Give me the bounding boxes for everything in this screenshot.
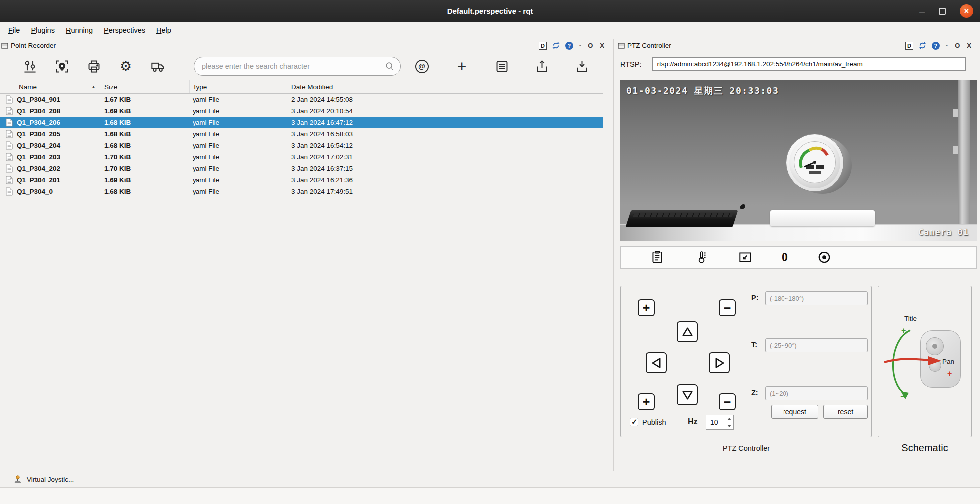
dock-minimize-button[interactable]: - — [578, 42, 582, 49]
column-header-size[interactable]: Size — [101, 80, 190, 93]
menu-file[interactable]: File — [3, 24, 25, 36]
dock-widget-icon — [1, 42, 8, 49]
point-recorder-dock-header[interactable]: Point Recorder D ? - O X — [0, 39, 613, 52]
fullscreen-button[interactable] — [738, 250, 753, 265]
foam-block — [770, 210, 875, 226]
tilt-up-button[interactable] — [677, 321, 698, 342]
file-type: yaml File — [190, 130, 288, 138]
save-points-button[interactable] — [85, 57, 103, 75]
dock-area: Point Recorder D ? - O X — [0, 39, 980, 471]
ptz-dock-header[interactable]: PTZ Controller D ? - O X — [616, 39, 980, 52]
schematic-panel: Title + − — [878, 286, 972, 437]
publish-toggle[interactable]: Publish — [630, 418, 666, 426]
zoom-field[interactable] — [765, 386, 868, 400]
add-button[interactable]: + — [453, 57, 471, 75]
cell-name: Q1_P304_201 — [0, 176, 101, 184]
help-icon[interactable]: ? — [565, 42, 573, 50]
hz-label: Hz — [688, 417, 698, 426]
at-search-icon: @ — [415, 60, 429, 73]
pan-left-button[interactable] — [646, 352, 667, 373]
pan-right-button[interactable] — [709, 352, 730, 373]
statusbar[interactable]: Virtual Joystic... — [0, 471, 980, 487]
import-button[interactable] — [573, 57, 590, 75]
download-icon — [574, 59, 589, 74]
menu-help[interactable]: Help — [151, 24, 177, 36]
file-size: 1.68 KiB — [101, 119, 190, 126]
sliders-icon — [22, 59, 38, 74]
list-view-button[interactable] — [493, 57, 511, 75]
dock-close-button[interactable]: X — [599, 42, 605, 49]
settings-button[interactable]: ⚙ — [117, 57, 135, 75]
file-name: Q1_P304_203 — [17, 153, 60, 161]
file-type: yaml File — [190, 107, 288, 115]
record-button[interactable] — [817, 250, 832, 265]
table-row[interactable]: Q1_P304_204 1.68 KiB yaml File 3 Jan 202… — [0, 140, 603, 151]
column-header-name[interactable]: Name ▲ — [0, 80, 101, 93]
table-row[interactable]: Q1_P304_0 1.68 KiB yaml File 3 Jan 2024 … — [0, 186, 603, 197]
record-point-button[interactable] — [53, 57, 71, 75]
pan-field[interactable] — [765, 291, 868, 305]
zoom-value: 0 — [782, 251, 788, 264]
dock-minimize-button[interactable]: - — [945, 42, 949, 49]
rtsp-input[interactable] — [652, 57, 966, 71]
file-date: 2 Jan 2024 14:55:08 — [288, 96, 603, 103]
file-size: 1.68 KiB — [101, 142, 190, 149]
refresh-icon[interactable] — [552, 41, 560, 50]
column-header-type[interactable]: Type — [190, 80, 288, 93]
vehicle-button[interactable] — [149, 57, 167, 75]
table-row[interactable]: Q1_P304_201 1.69 KiB yaml File 3 Jan 202… — [0, 174, 603, 186]
export-button[interactable] — [533, 57, 551, 75]
rtsp-row: RTSP: — [620, 57, 980, 71]
temperature-button[interactable] — [694, 250, 709, 265]
refresh-icon[interactable] — [918, 41, 927, 50]
spinner-up-icon[interactable] — [725, 415, 733, 422]
publish-checkbox[interactable] — [630, 418, 638, 426]
dock-float-button[interactable]: O — [587, 42, 594, 49]
tilt-down-button[interactable] — [677, 384, 698, 405]
help-icon[interactable]: ? — [932, 42, 940, 50]
search-input[interactable] — [202, 62, 385, 70]
column-header-date[interactable]: Date Modified — [288, 80, 603, 93]
table-row[interactable]: Q1_P304_901 1.67 KiB yaml File 2 Jan 202… — [0, 94, 603, 105]
arrow-right-icon — [713, 356, 726, 370]
tune-button[interactable] — [21, 57, 39, 75]
minimize-button[interactable]: – — [919, 6, 925, 16]
file-type: yaml File — [190, 119, 288, 126]
reset-button[interactable]: reset — [823, 405, 868, 419]
table-header: Name ▲ Size Type Date Modified — [0, 80, 603, 94]
cell-name: Q1_P304_901 — [0, 95, 101, 104]
minus-bottom-button[interactable]: − — [719, 393, 736, 410]
hz-spinner[interactable]: 10 — [706, 415, 734, 430]
menu-running[interactable]: Running — [60, 24, 98, 36]
file-size: 1.70 KiB — [101, 153, 190, 161]
request-button[interactable]: request — [771, 405, 818, 419]
file-name: Q1_P304_202 — [17, 165, 60, 172]
menu-plugins[interactable]: Plugins — [25, 24, 60, 36]
dock-close-button[interactable]: X — [966, 42, 972, 49]
file-date: 3 Jan 2024 17:49:51 — [288, 188, 603, 195]
maximize-button[interactable] — [939, 8, 946, 15]
table-row[interactable]: Q1_P304_203 1.70 KiB yaml File 3 Jan 202… — [0, 151, 603, 163]
video-timestamp: 01-03-2024 星期三 20:33:03 — [626, 85, 779, 97]
dock-float-button[interactable]: O — [954, 42, 961, 49]
save-frame-button[interactable] — [650, 250, 665, 265]
table-row[interactable]: Q1_P304_206 1.68 KiB yaml File 3 Jan 202… — [0, 117, 603, 128]
minus-top-button[interactable]: − — [719, 299, 736, 316]
file-date: 3 Jan 2024 17:02:31 — [288, 153, 603, 161]
table-row[interactable]: Q1_P304_202 1.70 KiB yaml File 3 Jan 202… — [0, 163, 603, 174]
dock-detach-button[interactable]: D — [539, 42, 547, 50]
tilt-field[interactable] — [765, 338, 868, 352]
table-row[interactable]: Q1_P304_208 1.69 KiB yaml File 3 Jan 202… — [0, 105, 603, 117]
plus-top-button[interactable]: + — [638, 299, 655, 316]
arrow-up-icon — [681, 325, 694, 339]
close-button[interactable]: × — [960, 4, 973, 18]
menu-perspectives[interactable]: Perspectives — [98, 24, 151, 36]
dock-detach-button[interactable]: D — [905, 42, 913, 50]
spinner-down-icon[interactable] — [725, 422, 733, 429]
search-topic-button[interactable]: @ — [413, 57, 431, 75]
map-pin-icon — [54, 59, 70, 74]
file-table: Name ▲ Size Type Date Modified — [0, 80, 603, 197]
table-row[interactable]: Q1_P304_205 1.68 KiB yaml File 3 Jan 202… — [0, 128, 603, 140]
plus-bottom-button[interactable]: + — [638, 393, 655, 410]
titlebar[interactable]: Default.perspective - rqt – × — [0, 0, 980, 22]
